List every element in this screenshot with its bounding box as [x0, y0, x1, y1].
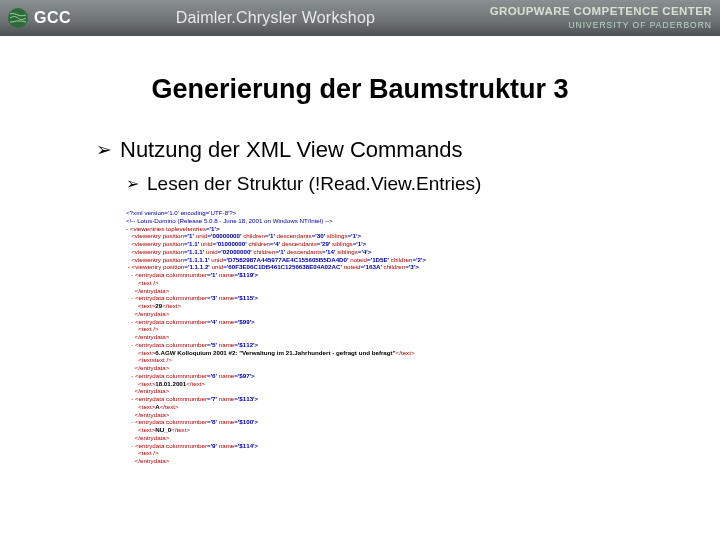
- xml-attr: children: [384, 263, 406, 270]
- xml-attr: siblings: [332, 240, 353, 247]
- xml-line: <viewentries: [130, 225, 166, 232]
- content: ➢ Nutzung der XML View Commands ➢ Lesen …: [96, 137, 720, 465]
- xml-line: <entrydata: [135, 271, 166, 278]
- xml-line: </entrydata>: [135, 434, 170, 441]
- xml-attr: unid: [201, 240, 213, 247]
- xml-line: <text />: [138, 279, 159, 286]
- xml-attr: children: [254, 248, 276, 255]
- xml-line: <entrydata: [135, 418, 166, 425]
- arrow-bullet-icon: ➢: [126, 174, 139, 193]
- xml-line: </entrydata>: [135, 411, 170, 418]
- xml-line: </text>: [162, 302, 181, 309]
- xml-val: ='$100'>: [234, 418, 258, 425]
- xml-val: ='7': [207, 395, 219, 402]
- xml-val: ='1.1.1.2': [184, 263, 211, 270]
- xml-attr: descendants: [282, 240, 317, 247]
- bullet-2-text: Lesen der Struktur (!Read.View.Entries): [147, 173, 481, 195]
- xml-val: ='02000000': [218, 248, 254, 255]
- xml-val: ='1'>: [206, 225, 220, 232]
- xml-attr: position: [163, 240, 184, 247]
- xml-attr: name: [219, 395, 234, 402]
- xml-line: <viewentry: [131, 248, 162, 255]
- xml-attr: unid: [212, 263, 224, 270]
- xml-val: ='29': [317, 240, 332, 247]
- xml-line: <text>: [138, 302, 155, 309]
- xml-val: ='6': [207, 372, 219, 379]
- xml-line: </entrydata>: [135, 310, 170, 317]
- xml-val: ='$97'>: [234, 372, 255, 379]
- xml-attr: noteid: [350, 256, 367, 263]
- xml-val: ='30': [312, 232, 327, 239]
- xml-line: <entrydata: [135, 341, 166, 348]
- xml-line: <entrydata: [135, 395, 166, 402]
- xml-attr: name: [219, 418, 234, 425]
- xml-val: ='1': [184, 232, 196, 239]
- xml-line: <textstext />: [138, 356, 172, 363]
- xml-line: <text />: [138, 325, 159, 332]
- xml-val: ='1.1.1.1': [184, 256, 211, 263]
- xml-line: </text>: [171, 426, 190, 433]
- xml-val: ='60F3E06C1DB461C1256638E04A02AC': [223, 263, 343, 270]
- bullet-level-1: ➢ Nutzung der XML View Commands: [96, 137, 720, 163]
- xml-line: <?xml version='1.0' encoding='UTF-8'?>: [126, 209, 236, 216]
- xml-val: ='1.1.1': [184, 248, 206, 255]
- xml-attr: name: [219, 271, 234, 278]
- xml-val: ='D7582987A445977AE4C155605B5DA4D0': [223, 256, 350, 263]
- xml-line: </entrydata>: [135, 333, 170, 340]
- xml-line: <viewentry: [131, 232, 162, 239]
- xml-line: </entrydata>: [135, 287, 170, 294]
- xml-attr: position: [163, 248, 184, 255]
- xml-attr: descendants: [287, 248, 322, 255]
- xml-val: ='4'>: [358, 248, 372, 255]
- xml-line: <viewentry: [131, 240, 162, 247]
- xml-val: ='9': [207, 442, 219, 449]
- xml-line: </text>: [396, 349, 415, 356]
- xml-val: ='$99'>: [234, 318, 255, 325]
- xml-val: ='1.1': [184, 240, 201, 247]
- xml-attr: children: [248, 240, 270, 247]
- xml-attr: toplevelentries: [166, 225, 206, 232]
- xml-val: ='00000000': [207, 232, 243, 239]
- xml-attr: columnnumber: [166, 271, 207, 278]
- xml-attr: noteid: [344, 263, 361, 270]
- org-line2: UNIVERSITY OF PADERBORN: [568, 20, 712, 30]
- xml-line: </text>: [160, 403, 179, 410]
- xml-output-block: <?xml version='1.0' encoding='UTF-8'?> <…: [126, 209, 606, 465]
- xml-text: NU_0: [155, 426, 171, 433]
- xml-attr: columnnumber: [166, 395, 207, 402]
- xml-attr: columnnumber: [166, 318, 207, 325]
- header-bar: GCC Daimler.Chrysler Workshop GROUPWARE …: [0, 0, 720, 36]
- xml-attr: columnnumber: [166, 372, 207, 379]
- xml-val: ='1': [275, 248, 287, 255]
- xml-attr: position: [163, 232, 184, 239]
- xml-val: ='1D5E': [367, 256, 391, 263]
- xml-attr: name: [219, 294, 234, 301]
- slide: GCC Daimler.Chrysler Workshop GROUPWARE …: [0, 0, 720, 540]
- xml-line: </entrydata>: [135, 387, 170, 394]
- arrow-bullet-icon: ➢: [96, 139, 112, 161]
- xml-attr: unid: [206, 248, 218, 255]
- xml-attr: position: [163, 256, 184, 263]
- slide-title-block: Generierung der Baumstruktur 3: [0, 74, 720, 105]
- xml-val: ='3': [207, 294, 219, 301]
- xml-val: ='$119'>: [234, 271, 258, 278]
- xml-val: ='3'>: [405, 263, 419, 270]
- xml-line: <!-- Lotus-Domino (Release 5.0.8 - June …: [126, 217, 333, 224]
- xml-text: 18.01.2001: [155, 380, 186, 387]
- xml-val: ='4': [207, 318, 219, 325]
- xml-val: ='1'>: [348, 232, 362, 239]
- xml-attr: siblings: [327, 232, 348, 239]
- xml-text: 6.AGW Kolloquium 2001 #2: "Verwaltung im…: [155, 349, 395, 356]
- xml-attr: name: [219, 372, 234, 379]
- xml-attr: name: [219, 341, 234, 348]
- xml-attr: columnnumber: [166, 442, 207, 449]
- xml-val: ='5': [207, 341, 219, 348]
- xml-attr: position: [163, 263, 184, 270]
- xml-val: ='$112'>: [234, 341, 258, 348]
- xml-line: </entrydata>: [135, 364, 170, 371]
- xml-line: </text>: [186, 380, 205, 387]
- xml-attr: descendants: [277, 232, 312, 239]
- xml-val: ='1': [207, 271, 219, 278]
- xml-val: ='01000000': [213, 240, 249, 247]
- xml-line: <text>: [138, 403, 155, 410]
